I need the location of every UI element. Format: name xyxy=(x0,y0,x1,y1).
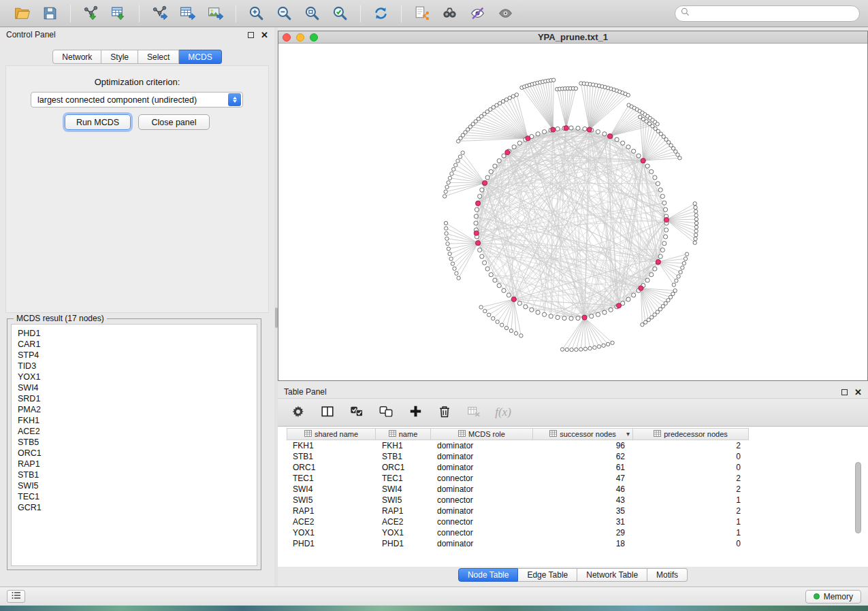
maximize-window-icon[interactable] xyxy=(310,33,318,42)
mcds-node-item[interactable]: GCR1 xyxy=(18,502,257,513)
tab-mcds[interactable]: MCDS xyxy=(179,50,221,64)
column-header-shared-name[interactable]: shared name xyxy=(287,428,376,440)
run-mcds-button[interactable]: Run MCDS xyxy=(65,114,131,130)
tab-network-table[interactable]: Network Table xyxy=(577,568,647,582)
mcds-node-item[interactable]: STP4 xyxy=(18,350,257,361)
table-row[interactable]: STB1STB1dominator620 xyxy=(287,451,868,462)
export-table-button[interactable] xyxy=(174,2,202,25)
mcds-node-item[interactable]: FKH1 xyxy=(18,415,257,426)
toolbar-separator xyxy=(70,5,71,22)
close-table-panel-icon[interactable]: ✕ xyxy=(854,388,862,397)
table-cell: SWI4 xyxy=(376,484,431,494)
tab-edge-table[interactable]: Edge Table xyxy=(518,568,577,582)
float-table-panel-icon[interactable] xyxy=(841,389,848,395)
show-details-button[interactable] xyxy=(492,2,519,25)
mcds-node-item[interactable]: ORC1 xyxy=(18,448,257,459)
main-toolbar xyxy=(0,0,868,27)
criterion-select[interactable]: largest connected component (undirected) xyxy=(31,92,243,108)
float-panel-icon[interactable] xyxy=(248,32,254,38)
mcds-result-list[interactable]: PHD1CAR1STP4TID3YOX1SWI4SRD1PMA2FKH1ACE2… xyxy=(11,324,257,566)
tab-node-table[interactable]: Node Table xyxy=(458,568,519,582)
table-scrollbar[interactable] xyxy=(854,442,862,563)
split-columns-button[interactable] xyxy=(319,403,336,421)
table-row[interactable]: RAP1RAP1dominator352 xyxy=(287,506,868,516)
table-row[interactable]: PHD1PHD1dominator180 xyxy=(287,538,868,549)
table-cell: 2 xyxy=(633,506,749,516)
mcds-node-item[interactable]: CAR1 xyxy=(18,339,257,350)
mcds-node-item[interactable]: SWI4 xyxy=(18,382,257,393)
export-network-button[interactable] xyxy=(146,2,174,25)
tab-network[interactable]: Network xyxy=(52,50,101,64)
column-header-name[interactable]: name xyxy=(376,428,431,440)
function-builder-icon: f(x) xyxy=(495,406,511,419)
mcds-node-item[interactable]: SWI5 xyxy=(18,480,257,491)
network-canvas[interactable] xyxy=(278,44,867,380)
desktop-wallpaper-strip xyxy=(0,606,868,611)
deselect-all-button[interactable] xyxy=(377,403,395,421)
mcds-node-item[interactable]: ACE2 xyxy=(18,426,257,437)
column-label: successor nodes xyxy=(560,430,616,438)
save-session-button[interactable] xyxy=(36,2,64,25)
mcds-node-item[interactable]: STB5 xyxy=(18,437,257,448)
minimize-window-icon[interactable] xyxy=(296,33,304,42)
memory-button[interactable]: Memory xyxy=(805,590,861,604)
table-row[interactable]: YOX1YOX1connector291 xyxy=(287,527,868,538)
close-panel-icon[interactable]: ✕ xyxy=(261,31,268,39)
table-icon xyxy=(458,430,466,438)
tab-motifs[interactable]: Motifs xyxy=(647,568,688,582)
open-session-button[interactable] xyxy=(8,2,36,25)
close-window-icon[interactable] xyxy=(283,33,291,42)
table-row[interactable]: FKH1FKH1dominator962 xyxy=(287,440,868,451)
tab-style[interactable]: Style xyxy=(101,50,138,64)
table-tabs: Node TableEdge TableNetwork TableMotifs xyxy=(278,567,868,582)
zoom-in-button[interactable] xyxy=(242,2,270,25)
table-cell: FKH1 xyxy=(376,441,431,450)
table-row[interactable]: SWI5SWI5connector431 xyxy=(287,495,868,506)
node-table[interactable]: shared namenameMCDS rolesuccessor nodes▾… xyxy=(278,427,868,567)
delete-rows-icon xyxy=(437,404,452,421)
hide-statusbar-button[interactable] xyxy=(7,590,25,603)
mcds-node-item[interactable]: PMA2 xyxy=(18,404,257,415)
mcds-node-item[interactable]: PHD1 xyxy=(18,328,257,339)
mcds-node-item[interactable]: TEC1 xyxy=(18,491,257,502)
refresh-button[interactable] xyxy=(367,2,395,25)
import-table-button[interactable] xyxy=(105,2,133,25)
table-settings-button[interactable] xyxy=(289,403,307,421)
select-all-button[interactable] xyxy=(348,403,366,421)
mcds-node-item[interactable]: YOX1 xyxy=(18,371,257,382)
zoom-out-button[interactable] xyxy=(270,2,298,25)
scrollbar-thumb[interactable] xyxy=(855,462,861,533)
sort-caret-icon[interactable]: ▾ xyxy=(626,430,630,437)
search-icon xyxy=(680,7,691,20)
search-box[interactable] xyxy=(675,5,860,22)
clone-network-button[interactable] xyxy=(408,2,436,25)
first-neighbors-button[interactable] xyxy=(436,2,464,25)
table-row[interactable]: ACE2ACE2connector311 xyxy=(287,516,868,527)
column-header-mcds-role[interactable]: MCDS role xyxy=(431,428,533,440)
column-header-successor-nodes[interactable]: successor nodes▾ xyxy=(533,428,633,440)
zoom-selected-button[interactable] xyxy=(326,2,354,25)
table-cell: SWI5 xyxy=(287,495,376,505)
tab-select[interactable]: Select xyxy=(138,50,179,64)
close-panel-button[interactable]: Close panel xyxy=(138,114,210,130)
zoom-fit-button[interactable] xyxy=(298,2,326,25)
table-cell: STB1 xyxy=(376,452,431,461)
save-session-icon xyxy=(42,5,59,22)
column-header-predecessor-nodes[interactable]: predecessor nodes xyxy=(633,428,749,440)
delete-rows-button[interactable] xyxy=(436,403,453,421)
mcds-node-item[interactable]: STB1 xyxy=(18,469,257,480)
mcds-node-item[interactable]: RAP1 xyxy=(18,459,257,469)
export-image-button[interactable] xyxy=(202,2,229,25)
hide-details-button[interactable] xyxy=(464,2,492,25)
table-row[interactable]: SWI4SWI4dominator462 xyxy=(287,484,868,495)
import-network-button[interactable] xyxy=(77,2,105,25)
table-row[interactable]: ORC1ORC1dominator610 xyxy=(287,462,868,473)
mcds-node-item[interactable]: SRD1 xyxy=(18,393,257,404)
control-panel-header: Control Panel ✕ xyxy=(0,27,274,42)
mcds-node-item[interactable]: TID3 xyxy=(18,361,257,371)
table-cell: RAP1 xyxy=(287,506,376,516)
table-row[interactable]: TEC1TEC1connector472 xyxy=(287,473,868,484)
add-row-button[interactable] xyxy=(406,403,424,421)
search-input[interactable] xyxy=(694,9,854,18)
table-icon xyxy=(549,430,557,438)
